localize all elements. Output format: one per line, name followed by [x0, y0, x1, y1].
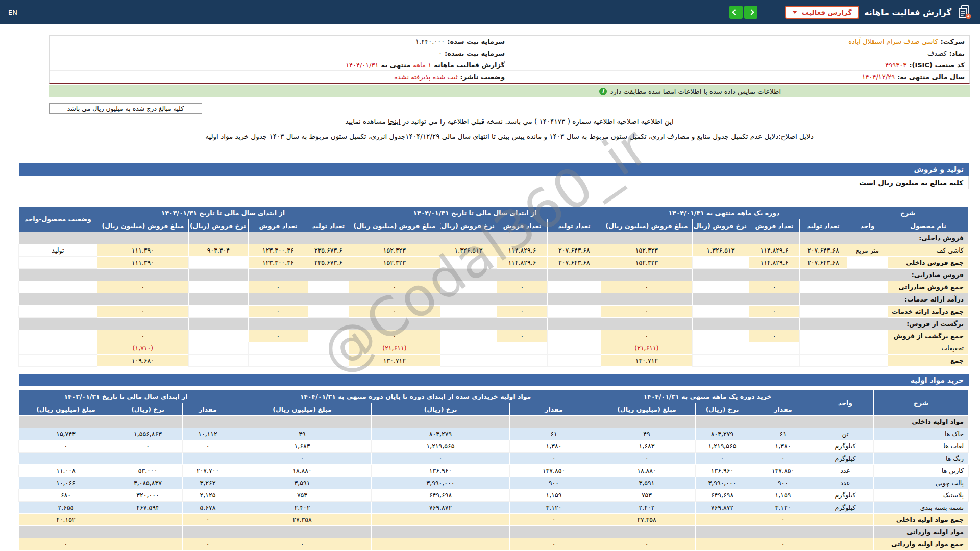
column-header: تعداد تولید	[547, 219, 601, 232]
info-row-symbol: نماد: کصدف سرمایه ثبت نشده: ۰	[50, 47, 969, 59]
value-cell: ۰	[248, 330, 308, 342]
row-label: تسمه بسته بندی	[874, 502, 969, 514]
report-type-dropdown[interactable]: گزارش فعالیت	[785, 6, 859, 19]
row-label: فروش صادراتی:	[888, 269, 969, 281]
table-row: جمع مواد اولیه داخلی۰۲۷,۳۵۸۰۲۷,۳۵۸۰۴۰,۱۵…	[18, 514, 968, 526]
value-cell	[547, 281, 601, 293]
value-cell: ۰	[598, 538, 695, 550]
section-bar-production-sales: تولید و فروش	[19, 163, 969, 176]
previous-version-link[interactable]: اینجا	[388, 117, 400, 126]
company-link[interactable]: کاشی صدف سرام استقلال آباده	[848, 38, 938, 45]
value-cell	[371, 514, 509, 526]
unit-cell: کیلوگرم	[817, 453, 874, 465]
value-cell: ۲۰۷,۶۴۳.۶۸	[547, 257, 601, 269]
value-cell	[308, 306, 349, 318]
row-label: برگشت از فروش:	[888, 318, 969, 330]
section-row: فروش داخلی:	[18, 232, 968, 244]
value-cell: ۱,۲۱۹,۵۶۵	[696, 440, 749, 453]
fiscal-year-value: ۱۴۰۴/۱۲/۲۹	[862, 73, 895, 81]
value-cell: ۱۰۹,۶۸۰	[97, 355, 188, 367]
fiscal-year-cell: سال مالی منتهی به: ۱۴۰۴/۱۲/۲۹	[509, 73, 969, 81]
value-cell: ۰	[182, 440, 233, 453]
value-cell: ۱۱۴,۸۲۹.۶	[497, 257, 547, 269]
value-cell	[749, 342, 799, 355]
value-cell	[799, 306, 847, 318]
status-cell	[18, 355, 97, 367]
amounts-unit-box: کلیه مبالغ درج شده به میلیون ریال می باش…	[49, 103, 202, 114]
table-row: خاک هاتن۶۱۸۰۳,۲۷۹۴۹۶۱۸۰۳,۲۷۹۴۹۱۰,۱۱۲۱,۵۵…	[18, 428, 968, 440]
value-cell	[547, 342, 601, 355]
fiscal-year-label: سال مالی منتهی به:	[897, 73, 965, 81]
value-cell	[547, 355, 601, 367]
publisher-status-cell: وضعیت ناشر: ثبت شده پذیرفته نشده	[50, 73, 509, 81]
value-cell: ۰	[371, 453, 509, 465]
value-cell: ۱,۶۸۳	[233, 440, 371, 453]
unit-cell: عدد	[817, 465, 874, 477]
value-cell: ۰	[601, 330, 692, 342]
value-cell: ۸۰۳,۲۷۹	[371, 428, 509, 440]
column-group-prior-year: از ابتدای سال مالی تا تاریخ ۱۴۰۳/۰۱/۳۱	[97, 207, 349, 219]
raw-material-purchase-table: شرح واحد خرید دوره یک ماهه منتهی به ۱۴۰۴…	[18, 390, 969, 550]
row-label: کاشی کف	[888, 244, 969, 257]
isic-label: کد صنعت (ISIC):	[909, 61, 965, 69]
value-cell: ۶۴۹,۶۹۸	[696, 489, 749, 502]
value-cell	[440, 281, 497, 293]
value-cell: ۴۶۷,۵۹۴	[113, 502, 182, 514]
column-header: واحد	[847, 219, 888, 232]
column-header: تعداد فروش	[497, 219, 547, 232]
period-prefix: گزارش فعالیت ماهانه	[434, 61, 505, 69]
value-cell	[188, 330, 248, 342]
value-cell	[440, 355, 497, 367]
unit-cell: عدد	[817, 477, 874, 489]
value-cell: ۲۷,۳۵۸	[598, 514, 695, 526]
table-row: جمع۱۳۰,۷۱۲۱۳۰,۷۱۲۱۰۹,۶۸۰	[18, 355, 968, 367]
column-header: مبلغ فروش (میلیون ریال)	[601, 219, 692, 232]
row-label: جمع درآمد ارائه خدمات	[888, 306, 969, 318]
column-header: مقدار	[509, 403, 598, 416]
report-icon[interactable]	[957, 5, 972, 20]
value-cell: ۲,۴۰۲	[598, 502, 695, 514]
column-header: مبلغ (میلیون ریال)	[18, 403, 113, 416]
value-cell	[188, 342, 248, 355]
value-cell: ۱۳۷,۸۵۰	[749, 465, 817, 477]
table-row: کارتن هاعدد۱۳۷,۸۵۰۱۳۶,۹۶۰۱۸,۸۸۰۱۳۷,۸۵۰۱۳…	[18, 465, 968, 477]
column-header: نرخ (ریال)	[371, 403, 509, 416]
column-header: مبلغ (میلیون ریال)	[598, 403, 695, 416]
row-label: جمع مواد اولیه داخلی	[874, 514, 969, 526]
value-cell	[799, 342, 847, 355]
value-cell: ۰	[182, 538, 233, 550]
sales-group-header-row: شرح دوره یک ماهه منتهی به ۱۴۰۴/۰۱/۳۱ از …	[18, 207, 968, 219]
value-cell: ۲۰۷,۶۴۳.۶۸	[547, 244, 601, 257]
column-header: تعداد تولید	[308, 219, 349, 232]
sales-amounts-note: کلیه مبالغ به میلیون ریال است	[19, 176, 969, 189]
topbar-right-group: گزارش فعالیت ماهانه گزارش فعالیت	[729, 5, 972, 20]
prev-report-button[interactable]	[729, 6, 743, 19]
value-cell	[696, 538, 749, 550]
column-header: مبلغ فروش (میلیون ریال)	[97, 219, 188, 232]
row-label: رنگ ها	[874, 453, 969, 465]
period-length: ۱ ماهه	[413, 61, 431, 69]
column-group-fiscal-ytd: از ابتدای سال مالی تا تاریخ ۱۴۰۴/۰۱/۳۱	[349, 207, 601, 219]
language-toggle[interactable]: EN	[8, 9, 17, 16]
page-title: گزارش فعالیت ماهانه	[864, 8, 951, 17]
value-cell: ۰	[601, 281, 692, 293]
value-cell: ۵۳,۰۰۰	[113, 465, 182, 477]
value-cell: ۰	[749, 538, 817, 550]
amendment-notice-text: این اطلاعیه اصلاحیه اطلاعیه شماره ( ۱۴۰۴…	[400, 117, 673, 126]
value-cell	[18, 453, 113, 465]
next-report-button[interactable]	[744, 6, 757, 19]
amendment-notice: این اطلاعیه اصلاحیه اطلاعیه شماره ( ۱۴۰۴…	[49, 117, 970, 126]
value-cell	[248, 342, 308, 355]
value-cell: ۱۵۲,۳۲۳	[349, 257, 440, 269]
value-cell	[440, 342, 497, 355]
amendment-reasons: دلایل اصلاح:دلایل عدم تکمیل جدول منابع و…	[49, 132, 970, 140]
column-group-current-month-purchase: خرید دوره یک ماهه منتهی به ۱۴۰۴/۰۱/۳۱	[598, 390, 817, 403]
column-group-description: شرح	[847, 207, 968, 219]
value-cell: ۵,۶۷۸	[182, 502, 233, 514]
info-row-fiscal: سال مالی منتهی به: ۱۴۰۴/۱۲/۲۹ وضعیت ناشر…	[50, 71, 969, 83]
value-cell: ۶۱	[749, 428, 817, 440]
value-cell: ۱,۶۸۳	[598, 440, 695, 453]
table-row: جمع برگشت از فروش۰۰۰۰۰۰	[18, 330, 968, 342]
value-cell	[188, 281, 248, 293]
value-cell: ۰	[509, 514, 598, 526]
